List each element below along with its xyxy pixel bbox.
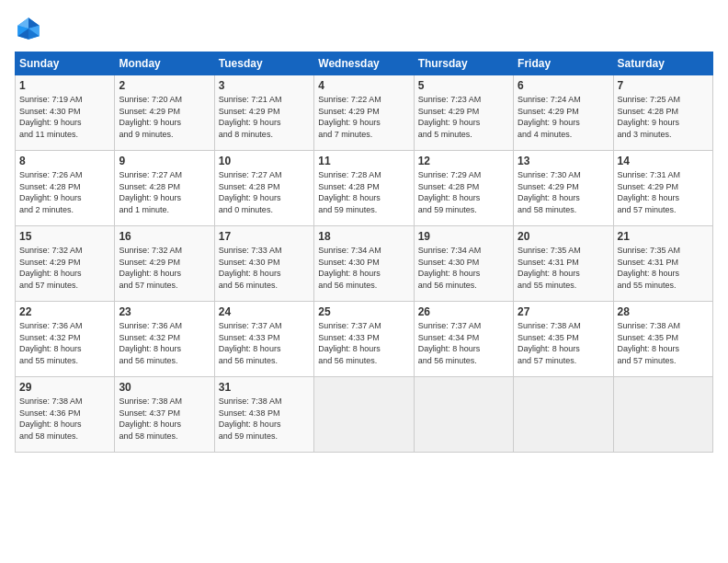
calendar-cell: 22Sunrise: 7:36 AM Sunset: 4:32 PM Dayli… [16, 302, 115, 377]
day-number: 27 [518, 305, 609, 318]
day-info: Sunrise: 7:37 AM Sunset: 4:34 PM Dayligh… [418, 320, 509, 366]
day-number: 22 [19, 305, 110, 318]
day-info: Sunrise: 7:36 AM Sunset: 4:32 PM Dayligh… [119, 320, 210, 366]
calendar-cell: 21Sunrise: 7:35 AM Sunset: 4:31 PM Dayli… [613, 226, 712, 302]
calendar-week-3: 15Sunrise: 7:32 AM Sunset: 4:29 PM Dayli… [16, 226, 713, 302]
logo [15, 15, 48, 42]
calendar-header: SundayMondayTuesdayWednesdayThursdayFrid… [16, 52, 713, 75]
day-number: 1 [19, 79, 110, 92]
calendar-cell: 10Sunrise: 7:27 AM Sunset: 4:28 PM Dayli… [214, 151, 313, 226]
day-info: Sunrise: 7:36 AM Sunset: 4:32 PM Dayligh… [19, 320, 110, 366]
day-number: 19 [418, 230, 509, 243]
day-info: Sunrise: 7:38 AM Sunset: 4:38 PM Dayligh… [219, 396, 310, 442]
day-number: 29 [19, 381, 110, 394]
day-info: Sunrise: 7:38 AM Sunset: 4:37 PM Dayligh… [119, 396, 210, 442]
day-info: Sunrise: 7:26 AM Sunset: 4:28 PM Dayligh… [19, 169, 110, 215]
day-number: 24 [219, 305, 310, 318]
header [15, 15, 713, 42]
calendar-cell: 27Sunrise: 7:38 AM Sunset: 4:35 PM Dayli… [514, 302, 613, 377]
day-info: Sunrise: 7:38 AM Sunset: 4:35 PM Dayligh… [618, 320, 709, 366]
calendar-cell: 31Sunrise: 7:38 AM Sunset: 4:38 PM Dayli… [214, 377, 313, 453]
day-info: Sunrise: 7:35 AM Sunset: 4:31 PM Dayligh… [518, 245, 609, 291]
calendar-cell: 3Sunrise: 7:21 AM Sunset: 4:29 PM Daylig… [214, 75, 313, 151]
day-number: 8 [19, 155, 110, 167]
calendar-cell: 6Sunrise: 7:24 AM Sunset: 4:29 PM Daylig… [514, 75, 613, 151]
day-number: 13 [518, 155, 609, 167]
calendar-cell: 26Sunrise: 7:37 AM Sunset: 4:34 PM Dayli… [414, 302, 513, 377]
day-info: Sunrise: 7:21 AM Sunset: 4:29 PM Dayligh… [219, 94, 310, 140]
day-number: 18 [318, 230, 409, 243]
day-number: 11 [318, 155, 409, 167]
calendar-body: 1Sunrise: 7:19 AM Sunset: 4:30 PM Daylig… [16, 75, 713, 453]
calendar-cell: 30Sunrise: 7:38 AM Sunset: 4:37 PM Dayli… [115, 377, 214, 453]
day-number: 4 [318, 79, 409, 92]
calendar-cell: 17Sunrise: 7:33 AM Sunset: 4:30 PM Dayli… [214, 226, 313, 302]
day-info: Sunrise: 7:38 AM Sunset: 4:35 PM Dayligh… [518, 320, 609, 366]
header-cell-monday: Monday [115, 52, 214, 75]
day-info: Sunrise: 7:38 AM Sunset: 4:36 PM Dayligh… [19, 396, 110, 442]
day-number: 3 [219, 79, 310, 92]
calendar-cell: 7Sunrise: 7:25 AM Sunset: 4:28 PM Daylig… [613, 75, 712, 151]
day-info: Sunrise: 7:24 AM Sunset: 4:29 PM Dayligh… [518, 94, 609, 140]
header-cell-wednesday: Wednesday [314, 52, 414, 75]
day-number: 31 [219, 381, 310, 394]
calendar-cell: 1Sunrise: 7:19 AM Sunset: 4:30 PM Daylig… [16, 75, 115, 151]
calendar-cell: 15Sunrise: 7:32 AM Sunset: 4:29 PM Dayli… [16, 226, 115, 302]
calendar-cell: 13Sunrise: 7:30 AM Sunset: 4:29 PM Dayli… [514, 151, 613, 226]
calendar-cell [514, 377, 613, 453]
calendar-cell: 11Sunrise: 7:28 AM Sunset: 4:28 PM Dayli… [314, 151, 414, 226]
calendar-cell [613, 377, 712, 453]
day-number: 17 [219, 230, 310, 243]
day-info: Sunrise: 7:35 AM Sunset: 4:31 PM Dayligh… [618, 245, 709, 291]
day-info: Sunrise: 7:27 AM Sunset: 4:28 PM Dayligh… [219, 169, 310, 215]
header-row: SundayMondayTuesdayWednesdayThursdayFrid… [16, 52, 713, 75]
calendar-cell: 12Sunrise: 7:29 AM Sunset: 4:28 PM Dayli… [414, 151, 513, 226]
day-info: Sunrise: 7:34 AM Sunset: 4:30 PM Dayligh… [418, 245, 509, 291]
day-info: Sunrise: 7:37 AM Sunset: 4:33 PM Dayligh… [318, 320, 409, 366]
day-number: 2 [119, 79, 210, 92]
day-number: 20 [518, 230, 609, 243]
header-cell-friday: Friday [514, 52, 613, 75]
day-number: 28 [618, 305, 709, 318]
day-info: Sunrise: 7:30 AM Sunset: 4:29 PM Dayligh… [518, 169, 609, 215]
day-info: Sunrise: 7:32 AM Sunset: 4:29 PM Dayligh… [119, 245, 210, 291]
day-number: 26 [418, 305, 509, 318]
logo-icon [15, 15, 42, 42]
day-info: Sunrise: 7:27 AM Sunset: 4:28 PM Dayligh… [119, 169, 210, 215]
calendar-table: SundayMondayTuesdayWednesdayThursdayFrid… [15, 52, 713, 453]
calendar-week-1: 1Sunrise: 7:19 AM Sunset: 4:30 PM Daylig… [16, 75, 713, 151]
header-cell-saturday: Saturday [613, 52, 712, 75]
day-info: Sunrise: 7:33 AM Sunset: 4:30 PM Dayligh… [219, 245, 310, 291]
calendar-cell: 29Sunrise: 7:38 AM Sunset: 4:36 PM Dayli… [16, 377, 115, 453]
calendar-cell: 9Sunrise: 7:27 AM Sunset: 4:28 PM Daylig… [115, 151, 214, 226]
calendar-week-4: 22Sunrise: 7:36 AM Sunset: 4:32 PM Dayli… [16, 302, 713, 377]
calendar-cell: 28Sunrise: 7:38 AM Sunset: 4:35 PM Dayli… [613, 302, 712, 377]
calendar-cell: 25Sunrise: 7:37 AM Sunset: 4:33 PM Dayli… [314, 302, 414, 377]
calendar-cell: 23Sunrise: 7:36 AM Sunset: 4:32 PM Dayli… [115, 302, 214, 377]
day-number: 15 [19, 230, 110, 243]
day-info: Sunrise: 7:25 AM Sunset: 4:28 PM Dayligh… [618, 94, 709, 140]
calendar-cell: 19Sunrise: 7:34 AM Sunset: 4:30 PM Dayli… [414, 226, 513, 302]
day-info: Sunrise: 7:28 AM Sunset: 4:28 PM Dayligh… [318, 169, 409, 215]
calendar-cell: 18Sunrise: 7:34 AM Sunset: 4:30 PM Dayli… [314, 226, 414, 302]
calendar-cell: 24Sunrise: 7:37 AM Sunset: 4:33 PM Dayli… [214, 302, 313, 377]
calendar-cell: 8Sunrise: 7:26 AM Sunset: 4:28 PM Daylig… [16, 151, 115, 226]
calendar-week-5: 29Sunrise: 7:38 AM Sunset: 4:36 PM Dayli… [16, 377, 713, 453]
calendar-cell [414, 377, 513, 453]
header-cell-tuesday: Tuesday [214, 52, 313, 75]
day-number: 12 [418, 155, 509, 167]
day-number: 10 [219, 155, 310, 167]
day-number: 5 [418, 79, 509, 92]
day-number: 23 [119, 305, 210, 318]
day-number: 14 [618, 155, 709, 167]
calendar-cell [314, 377, 414, 453]
day-info: Sunrise: 7:19 AM Sunset: 4:30 PM Dayligh… [19, 94, 110, 140]
calendar-week-2: 8Sunrise: 7:26 AM Sunset: 4:28 PM Daylig… [16, 151, 713, 226]
page: SundayMondayTuesdayWednesdayThursdayFrid… [0, 0, 728, 563]
day-info: Sunrise: 7:22 AM Sunset: 4:29 PM Dayligh… [318, 94, 409, 140]
header-cell-thursday: Thursday [414, 52, 513, 75]
header-cell-sunday: Sunday [16, 52, 115, 75]
calendar-cell: 20Sunrise: 7:35 AM Sunset: 4:31 PM Dayli… [514, 226, 613, 302]
day-number: 21 [618, 230, 709, 243]
day-info: Sunrise: 7:23 AM Sunset: 4:29 PM Dayligh… [418, 94, 509, 140]
